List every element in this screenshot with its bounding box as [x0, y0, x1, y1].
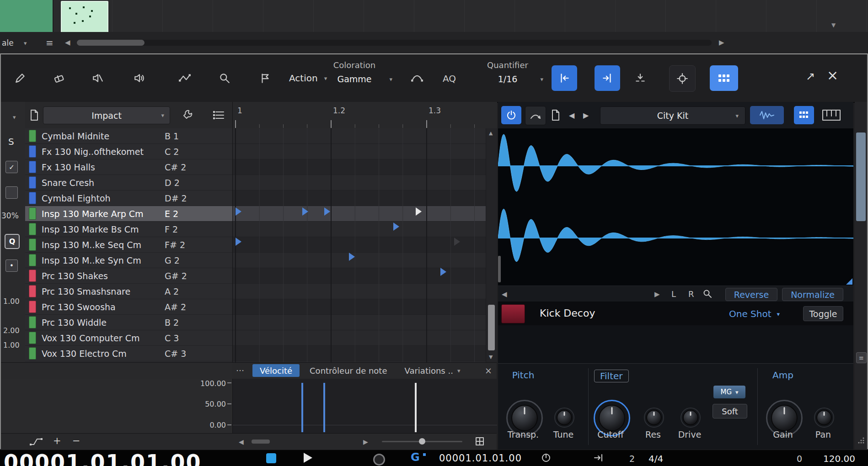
note-event[interactable] [440, 268, 446, 276]
pad-color-chip[interactable] [29, 192, 36, 204]
checkbox-checked[interactable]: ✓ [5, 161, 18, 173]
listen-tool-button[interactable] [129, 68, 150, 88]
scroll-up-icon[interactable]: ▲ [489, 130, 493, 136]
coloration-selector[interactable]: Coloration Gamme▾ [316, 60, 393, 84]
velocity-lane[interactable] [232, 379, 497, 433]
curve-shape-button[interactable] [407, 68, 427, 88]
lane-scroll-left-icon[interactable]: ◀ [239, 438, 244, 445]
eraser-tool-button[interactable] [49, 68, 69, 88]
drum-list-row[interactable]: Vox 130 Computer CmC 3 [25, 330, 232, 346]
wave-scroll-right-icon[interactable]: ▶ [654, 290, 660, 298]
pad-color-chip[interactable] [29, 238, 36, 251]
glissando-button[interactable] [525, 106, 546, 125]
channel-left-button[interactable]: L [671, 289, 676, 299]
snap-start-button[interactable] [552, 65, 577, 91]
grid-zoom-icon[interactable] [476, 437, 484, 445]
autoscroll-button[interactable] [669, 65, 696, 92]
return-to-start-icon[interactable] [594, 453, 604, 462]
close-icon[interactable]: × [827, 67, 838, 83]
pad-color-chip[interactable] [29, 161, 36, 173]
lane-close-icon[interactable]: × [485, 365, 492, 376]
pad-color-chip[interactable] [29, 223, 36, 235]
drum-list-row[interactable]: Prc 130 SwooshaA# 2 [25, 299, 232, 315]
note-event[interactable] [302, 207, 308, 216]
pad-color-chip[interactable] [29, 254, 36, 266]
resize-grip-icon[interactable] [857, 436, 865, 445]
drum-list-row[interactable]: Prc 130 SmashsnareA 2 [25, 284, 232, 299]
lane-tab[interactable]: Variations ..▾ [397, 364, 468, 377]
hscroll-track[interactable] [77, 40, 712, 46]
filter-soft-button[interactable]: Soft [713, 404, 747, 418]
note-event[interactable] [454, 238, 460, 246]
checkbox-empty[interactable] [5, 186, 18, 199]
editor-vscroll-thumb[interactable] [856, 132, 866, 221]
drive-knob[interactable] [680, 408, 701, 428]
pad-color-chip[interactable] [29, 176, 36, 189]
pan-knob[interactable] [814, 408, 834, 428]
preset-document-icon[interactable] [551, 109, 560, 121]
channel-right-button[interactable]: R [688, 289, 694, 299]
snap-down-button[interactable] [630, 68, 650, 88]
drum-list-row[interactable]: Fx 130 HallsC# 2 [25, 159, 232, 175]
velocity-stem[interactable] [323, 383, 325, 432]
toggle-button[interactable]: Toggle [803, 306, 843, 321]
groove-button[interactable]: G [411, 451, 420, 464]
res-knob[interactable] [644, 408, 664, 428]
prev-kit-icon[interactable]: ◀ [569, 111, 574, 120]
lane-hscroll-thumb[interactable] [252, 440, 270, 444]
hscroll-thumb[interactable] [77, 40, 145, 46]
solo-label[interactable]: S [8, 136, 14, 147]
gutter-caret-icon[interactable]: ▾ [13, 114, 16, 120]
drum-list-row[interactable]: Cymbal MidniteB 1 [25, 128, 232, 144]
lane-more-icon[interactable]: ⋯ [236, 365, 244, 375]
sample-waveform-display[interactable] [498, 128, 853, 286]
filter-mode-dropdown[interactable]: MG ▾ [713, 386, 745, 398]
drum-list-row[interactable]: Fx 130 Nig..ofthekometC 2 [25, 144, 232, 159]
editor-vscrollbar[interactable]: ≡ [855, 102, 867, 449]
time-signature[interactable]: 4/4 [648, 453, 663, 464]
kit-selector-dropdown[interactable]: City Kit ▾ [600, 106, 745, 125]
precount-icon[interactable] [541, 453, 551, 462]
drum-bank-dropdown[interactable]: Impact ▾ [43, 106, 170, 124]
note-event[interactable] [236, 238, 241, 246]
rail-menu-button[interactable]: ≡ [856, 352, 867, 363]
dot-button[interactable]: • [5, 259, 18, 272]
list-view-icon[interactable] [213, 110, 225, 120]
trigger-mode-dropdown[interactable]: One Shot ▾ [729, 308, 780, 319]
pad-color-chip[interactable] [29, 332, 36, 344]
drum-list-row[interactable]: Prc 130 WiddleB 2 [25, 315, 232, 330]
stop-button[interactable] [266, 453, 276, 463]
note-event[interactable] [393, 222, 399, 231]
scroll-left-button[interactable]: ◀ [65, 39, 70, 46]
detach-window-icon[interactable]: ↗ [806, 70, 815, 83]
line-tool-button[interactable] [175, 68, 195, 88]
reverse-button[interactable]: Reverse [725, 288, 777, 301]
sample-end-marker[interactable] [846, 278, 852, 285]
pad-view-button[interactable] [710, 65, 738, 91]
note-grid[interactable] [232, 128, 497, 362]
velocity-stem[interactable] [301, 383, 303, 432]
pad-color-chip[interactable] [29, 270, 36, 282]
pad-color-chip[interactable] [29, 145, 36, 158]
note-event[interactable] [349, 253, 355, 261]
drum-list-row[interactable]: Insp 130 M..ke Syn CmG 2 [25, 253, 232, 268]
pad-color-chip[interactable] [29, 347, 36, 360]
timeline-ruler[interactable]: 11.21.3 [232, 102, 497, 129]
note-event[interactable] [324, 207, 330, 216]
document-icon[interactable] [30, 109, 39, 121]
next-kit-icon[interactable]: ▶ [583, 111, 589, 120]
quantize-q-button[interactable]: Q [5, 234, 20, 249]
pad-color-chip[interactable] [29, 301, 36, 313]
wave-vscroll-thumb[interactable] [498, 256, 501, 282]
automation-curve-icon[interactable] [29, 437, 43, 447]
add-lane-icon[interactable]: + [53, 435, 61, 446]
normalize-button[interactable]: Normalize [782, 288, 843, 301]
keyboard-icon[interactable] [822, 110, 841, 121]
quantize-selector[interactable]: Quantifier 1/16▾ [471, 60, 544, 84]
pad-color-chip[interactable] [29, 285, 36, 297]
pencil-tool-button[interactable] [10, 68, 30, 88]
pad-color-chip[interactable] [29, 207, 36, 220]
pad-color-chip[interactable] [29, 130, 36, 142]
tune-knob[interactable] [554, 408, 574, 428]
sample-color-chip[interactable] [501, 304, 525, 323]
